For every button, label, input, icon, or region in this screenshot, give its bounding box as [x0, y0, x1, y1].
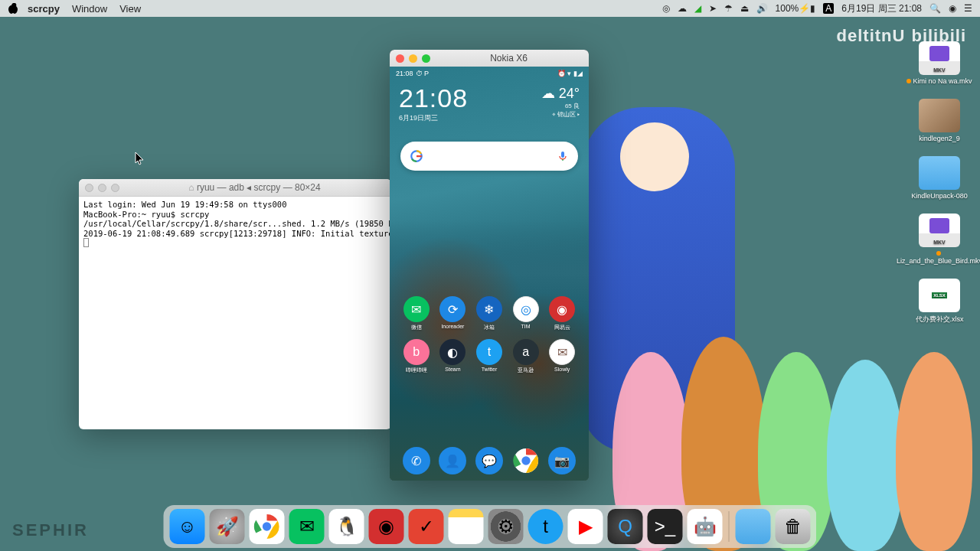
dock-netease[interactable]: ◉	[369, 509, 404, 544]
phone-screen[interactable]: 21:08⏱ P ⏰ ▾ ▮◢ 21:08 6月19日周三 ☁ 24° 65 良…	[390, 67, 589, 481]
app-label: Slowly	[554, 367, 570, 372]
app-icon: ✉	[549, 339, 575, 365]
phone-app[interactable]: ✆	[403, 447, 430, 474]
mouse-cursor	[135, 152, 145, 165]
dock-wechat[interactable]: ✉	[289, 509, 325, 544]
app-icon: t	[476, 339, 502, 365]
location-icon[interactable]: ➤	[709, 3, 717, 14]
app-icon: ❄	[476, 296, 502, 322]
app-label: 亚马逊	[518, 367, 534, 374]
screencast-icon[interactable]: ◎	[662, 3, 670, 14]
desktop-icon[interactable]: Kimi no Na wa.mkv	[905, 41, 974, 85]
app-icon: a	[513, 339, 539, 365]
desktop-icon[interactable]: Liz_and_the_Blue_Bird.mkv	[905, 214, 974, 265]
desktop-icon-label: Kimi no Na wa.mkv	[906, 77, 972, 85]
app-微信[interactable]: ✉微信	[400, 296, 433, 331]
zoom-button[interactable]	[422, 54, 430, 63]
terminal-titlebar[interactable]: ⌂ ryuu — adb ◂ scrcpy — 80×24	[79, 179, 391, 197]
scrcpy-titlebar[interactable]: Nokia X6	[390, 50, 589, 67]
android-dock: ✆👤💬📷	[400, 447, 578, 474]
dock-trash[interactable]: 🗑	[776, 509, 811, 544]
app-亚马逊[interactable]: a亚马逊	[510, 339, 542, 374]
app-icon: ◉	[549, 296, 575, 322]
active-app-name[interactable]: scrcpy	[28, 3, 60, 15]
network-icon[interactable]: ◢	[694, 3, 701, 14]
desktop-icon[interactable]: 代办费补交.xlsx	[905, 279, 974, 324]
apple-menu-icon[interactable]	[8, 3, 18, 14]
app-TIM[interactable]: ◎TIM	[510, 296, 542, 331]
minimize-button[interactable]	[409, 54, 417, 63]
app-icon: b	[403, 339, 430, 365]
spotlight-icon[interactable]: 🔍	[929, 3, 941, 14]
eject-icon[interactable]: ⏏	[740, 3, 749, 14]
contacts-app[interactable]: 👤	[439, 447, 466, 474]
app-label: 微信	[411, 324, 422, 331]
zoom-button[interactable]	[111, 184, 119, 192]
app-label: TIM	[521, 324, 531, 329]
weather-widget[interactable]: ☁ 24° 65 良 ⌖ 锦山区 ▸	[541, 85, 580, 119]
clock[interactable]: 6月19日 周三 21:08	[841, 2, 922, 15]
menubar: scrcpy Window View ◎ ☁ ◢ ➤ ☂ ⏏ 🔊 100% ⚡▮…	[0, 0, 980, 17]
terminal-body[interactable]: Last login: Wed Jun 19 19:49:58 on ttys0…	[79, 197, 391, 253]
dock-chrome[interactable]	[250, 509, 285, 544]
camera-app[interactable]: 📷	[548, 447, 576, 474]
app-冰箱[interactable]: ❄冰箱	[473, 296, 505, 331]
menu-view[interactable]: View	[119, 3, 141, 15]
app-Twitter[interactable]: tTwitter	[473, 339, 505, 374]
messages-app[interactable]: 💬	[475, 447, 503, 474]
volume-icon[interactable]: 🔊	[756, 3, 768, 14]
app-哔哩哔哩[interactable]: b哔哩哔哩	[400, 339, 433, 374]
dock-todoist[interactable]: ✓	[409, 509, 444, 544]
app-icon: ⟳	[439, 296, 466, 322]
app-网易云[interactable]: ◉网易云	[546, 296, 578, 331]
desktop-icon-label: Liz_and_the_Blue_Bird.mkv	[897, 249, 980, 265]
battery-status[interactable]: 100% ⚡▮	[776, 3, 816, 14]
dock-qq[interactable]: 🐧	[329, 509, 364, 544]
dock-settings[interactable]: ⚙	[488, 509, 524, 544]
menu-window[interactable]: Window	[72, 3, 107, 15]
dock-notes[interactable]	[449, 509, 484, 544]
app-label: Steam	[445, 367, 460, 372]
scrcpy-window[interactable]: Nokia X6 21:08⏱ P ⏰ ▾ ▮◢ 21:08 6月19日周三 ☁…	[390, 50, 589, 481]
app-Slowly[interactable]: ✉Slowly	[546, 339, 578, 374]
dock-terminal[interactable]: >_	[648, 509, 683, 544]
terminal-window[interactable]: ⌂ ryuu — adb ◂ scrcpy — 80×24 Last login…	[79, 179, 391, 429]
desktop-icon[interactable]: kindlegen2_9	[905, 99, 974, 142]
dock-launchpad[interactable]: 🚀	[210, 509, 245, 544]
close-button[interactable]	[85, 184, 93, 192]
app-label: 哔哩哔哩	[406, 367, 427, 374]
clock-widget[interactable]: 21:08 6月19日周三	[399, 83, 468, 123]
app-grid: ✉微信⟳Inoreader❄冰箱◎TIM◉网易云b哔哩哔哩◐SteamtTwit…	[400, 296, 578, 374]
notification-center-icon[interactable]: ☰	[964, 3, 972, 14]
mic-icon[interactable]	[557, 150, 569, 162]
mkv-icon	[919, 41, 960, 75]
folder-icon	[919, 156, 960, 190]
close-button[interactable]	[396, 54, 404, 63]
google-logo-icon	[410, 149, 423, 163]
dock-quicktime[interactable]: Q	[608, 509, 643, 544]
desktop-icon-label: kindlegen2_9	[919, 135, 960, 142]
svg-rect-1	[561, 152, 564, 158]
dock-youtube[interactable]: ▶	[568, 509, 603, 544]
dock-folder[interactable]	[736, 509, 771, 544]
desktop-icon-label: KindleUnpack-080	[911, 192, 968, 200]
chrome-app[interactable]	[512, 447, 540, 474]
mkv-icon	[919, 214, 960, 247]
watermark-bottom: SEPHIR	[12, 520, 89, 540]
dock-android[interactable]: 🤖	[688, 509, 723, 544]
minimize-button[interactable]	[98, 184, 106, 192]
app-Inoreader[interactable]: ⟳Inoreader	[437, 296, 469, 331]
app-icon: ✉	[403, 296, 430, 322]
umbrella-icon[interactable]: ☂	[724, 3, 733, 14]
terminal-title: ⌂ ryuu — adb ◂ scrcpy — 80×24	[124, 182, 385, 193]
dock-finder[interactable]: ☺	[170, 509, 205, 544]
svg-point-4	[521, 455, 531, 465]
scrcpy-title: Nokia X6	[435, 53, 583, 64]
desktop-icon[interactable]: KindleUnpack-080	[905, 156, 974, 200]
input-source-icon[interactable]: A	[823, 3, 834, 14]
google-search-bar[interactable]	[400, 142, 578, 171]
siri-icon[interactable]: ◉	[949, 3, 956, 14]
sync-icon[interactable]: ☁	[678, 3, 687, 14]
dock-twitter[interactable]: t	[528, 509, 564, 544]
app-Steam[interactable]: ◐Steam	[437, 339, 469, 374]
